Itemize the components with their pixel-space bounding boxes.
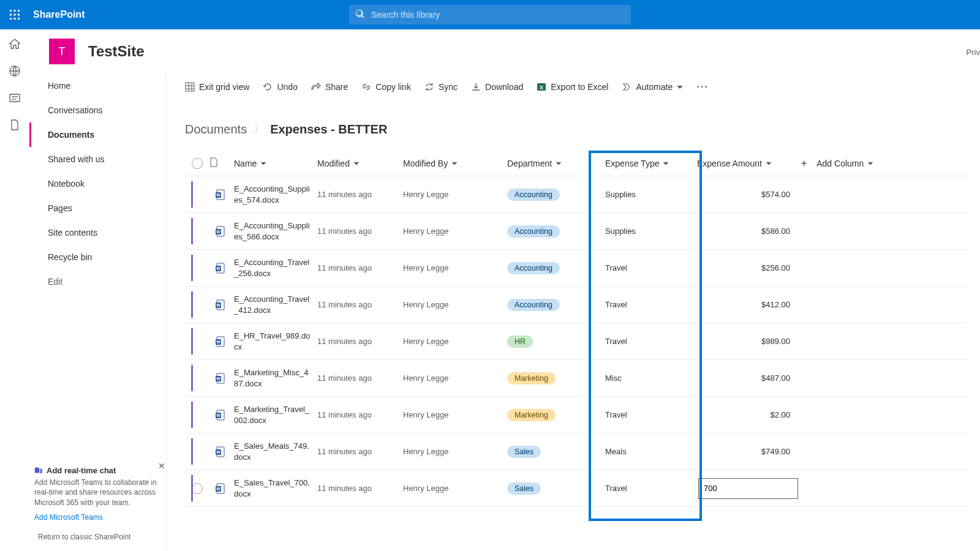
- word-icon: W: [209, 263, 232, 274]
- modified-cell: 11 minutes ago: [317, 373, 403, 383]
- department-cell[interactable]: HR: [507, 335, 605, 348]
- automate-button[interactable]: Automate: [622, 82, 683, 92]
- department-cell[interactable]: Marketing: [507, 409, 605, 421]
- amount-cell[interactable]: $749.00: [697, 447, 801, 456]
- file-name[interactable]: E_Accounting_Supplies_586.docx: [232, 220, 317, 242]
- col-filetype[interactable]: [209, 157, 232, 169]
- table-row[interactable]: W E_Accounting_Travel_256.docx 11 minute…: [185, 250, 968, 287]
- table-row[interactable]: W E_HR_Travel_989.docx 11 minutes ago He…: [185, 323, 968, 360]
- news-icon[interactable]: [9, 92, 21, 104]
- crumb-root[interactable]: Documents: [185, 122, 247, 137]
- department-cell[interactable]: Sales: [507, 446, 605, 458]
- amount-cell[interactable]: $989.00: [697, 337, 801, 346]
- undo-button[interactable]: Undo: [263, 82, 297, 92]
- nav-conversations[interactable]: Conversations: [29, 98, 166, 122]
- amount-cell[interactable]: $487.00: [697, 373, 801, 383]
- file-name[interactable]: E_Sales_Travel_700.docx: [232, 478, 317, 499]
- nav-notebook[interactable]: Notebook: [29, 171, 166, 196]
- col-expense-type[interactable]: Expense Type: [605, 159, 697, 168]
- promo-link[interactable]: Add Microsoft Teams: [34, 513, 163, 522]
- file-name[interactable]: E_HR_Travel_989.docx: [232, 331, 317, 352]
- nav-edit[interactable]: Edit: [29, 269, 166, 294]
- modified-by-cell[interactable]: Henry Legge: [403, 190, 507, 199]
- table-row[interactable]: W E_Accounting_Supplies_574.docx 11 minu…: [185, 176, 968, 213]
- department-cell[interactable]: Accounting: [507, 262, 605, 274]
- copylink-button[interactable]: Copy link: [361, 82, 411, 92]
- site-name[interactable]: TestSite: [88, 43, 145, 60]
- brand-label[interactable]: SharePoint: [33, 9, 85, 20]
- modified-by-cell[interactable]: Henry Legge: [403, 263, 507, 272]
- col-modified[interactable]: Modified: [317, 159, 403, 168]
- expense-type-cell[interactable]: Travel: [605, 337, 697, 346]
- site-tile[interactable]: T: [49, 39, 75, 64]
- files-icon[interactable]: [9, 119, 21, 131]
- expense-type-cell[interactable]: Travel: [605, 300, 697, 309]
- exit-grid-button[interactable]: Exit grid view: [185, 82, 249, 92]
- table-row[interactable]: W E_Accounting_Supplies_586.docx 11 minu…: [185, 213, 968, 250]
- file-name[interactable]: E_Marketing_Misc_487.docx: [232, 367, 317, 389]
- file-name[interactable]: E_Sales_Meals_749.docx: [232, 441, 317, 462]
- modified-by-cell[interactable]: Henry Legge: [403, 447, 507, 456]
- col-modified-by[interactable]: Modified By: [403, 159, 507, 168]
- waffle-icon: [10, 10, 20, 20]
- col-expense-amount[interactable]: Expense Amount: [697, 159, 801, 168]
- amount-input[interactable]: [699, 484, 797, 493]
- amount-cell[interactable]: $2.00: [697, 410, 801, 419]
- export-excel-button[interactable]: XExport to Excel: [537, 82, 608, 92]
- expense-type-cell[interactable]: Travel: [605, 263, 697, 272]
- row-select[interactable]: [185, 483, 209, 494]
- nav-documents[interactable]: Documents: [29, 122, 166, 147]
- more-button[interactable]: ···: [696, 81, 708, 92]
- file-name[interactable]: E_Marketing_Travel_002.docx: [232, 404, 317, 425]
- col-department[interactable]: Department: [507, 159, 605, 168]
- add-column-button[interactable]: + Add Column: [801, 158, 887, 169]
- nav-recycle-bin[interactable]: Recycle bin: [29, 245, 166, 269]
- modified-by-cell[interactable]: Henry Legge: [403, 227, 507, 236]
- globe-icon[interactable]: [9, 65, 21, 77]
- department-cell[interactable]: Marketing: [507, 372, 605, 384]
- expense-type-cell[interactable]: Travel: [605, 410, 697, 419]
- table-row[interactable]: W E_Accounting_Travel_412.docx 11 minute…: [185, 287, 968, 323]
- expense-type-cell[interactable]: Meals: [605, 447, 697, 456]
- amount-cell[interactable]: $586.00: [697, 227, 801, 236]
- share-button[interactable]: Share: [311, 82, 348, 92]
- table-row[interactable]: W E_Sales_Meals_749.docx 11 minutes ago …: [185, 433, 968, 470]
- select-all[interactable]: [185, 158, 209, 169]
- close-icon[interactable]: ✕: [158, 461, 165, 471]
- table-row[interactable]: W E_Sales_Travel_700.docx 11 minutes ago…: [185, 470, 968, 507]
- modified-by-cell[interactable]: Henry Legge: [403, 484, 507, 493]
- amount-cell[interactable]: $256.00: [697, 263, 801, 272]
- app-launcher-button[interactable]: [0, 0, 29, 29]
- svg-rect-13: [35, 468, 39, 473]
- department-cell[interactable]: Accounting: [507, 225, 605, 238]
- file-name[interactable]: E_Accounting_Travel_412.docx: [232, 294, 317, 315]
- search-input[interactable]: [349, 5, 631, 24]
- modified-by-cell[interactable]: Henry Legge: [403, 410, 507, 419]
- nav-shared[interactable]: Shared with us: [29, 147, 166, 171]
- expense-type-cell[interactable]: Travel: [605, 484, 697, 493]
- file-name[interactable]: E_Accounting_Travel_256.docx: [232, 257, 317, 279]
- download-button[interactable]: Download: [471, 82, 523, 92]
- col-name[interactable]: Name: [232, 159, 317, 168]
- modified-by-cell[interactable]: Henry Legge: [403, 337, 507, 346]
- expense-type-cell[interactable]: Misc: [605, 373, 697, 383]
- table-row[interactable]: W E_Marketing_Misc_487.docx 11 minutes a…: [185, 360, 968, 397]
- classic-link[interactable]: Return to classic SharePoint: [38, 533, 130, 541]
- amount-cell[interactable]: $412.00: [697, 300, 801, 309]
- modified-by-cell[interactable]: Henry Legge: [403, 300, 507, 309]
- nav-home[interactable]: Home: [29, 73, 166, 98]
- department-cell[interactable]: Accounting: [507, 299, 605, 311]
- home-icon[interactable]: [9, 38, 21, 50]
- undo-icon: [263, 82, 273, 92]
- expense-type-cell[interactable]: Supplies: [605, 227, 697, 236]
- amount-cell[interactable]: $574.00: [697, 190, 801, 199]
- modified-by-cell[interactable]: Henry Legge: [403, 373, 507, 383]
- sync-button[interactable]: Sync: [424, 82, 458, 92]
- department-cell[interactable]: Accounting: [507, 189, 605, 201]
- expense-type-cell[interactable]: Supplies: [605, 190, 697, 199]
- table-row[interactable]: W E_Marketing_Travel_002.docx 11 minutes…: [185, 397, 968, 433]
- department-cell[interactable]: Sales: [507, 482, 605, 495]
- nav-pages[interactable]: Pages: [29, 196, 166, 220]
- nav-site-contents[interactable]: Site contents: [29, 220, 166, 245]
- file-name[interactable]: E_Accounting_Supplies_574.docx: [232, 184, 317, 205]
